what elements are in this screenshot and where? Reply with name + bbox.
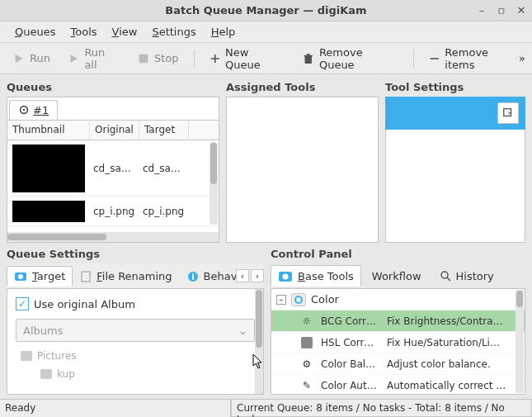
menu-help[interactable]: Help: [205, 22, 242, 41]
v-scrollbar[interactable]: [255, 289, 263, 394]
menu-queues[interactable]: Queues: [8, 22, 62, 41]
table-row[interactable]: cd_sam… cd_sample: [7, 140, 219, 197]
plus-icon: [210, 53, 220, 64]
tool-settings-header: [385, 97, 525, 130]
search-icon: [440, 270, 451, 282]
collapse-icon[interactable]: –: [276, 295, 286, 305]
col-original[interactable]: Original: [90, 121, 139, 140]
tree-pictures[interactable]: Pictures: [16, 347, 255, 365]
assigned-tools-label: Assigned Tools: [226, 81, 379, 93]
menu-bar: Queues Tools View Settings Help: [0, 21, 532, 43]
camera-icon: [291, 293, 306, 306]
hsl-icon: [301, 337, 313, 348]
tool-settings-body: [385, 130, 525, 243]
remove-queue-button[interactable]: Remove Queue: [296, 43, 404, 74]
chevron-down-icon: ⌄: [238, 325, 247, 337]
tool-color-auto[interactable]: ✎ Color Aut… Automatically correct …: [271, 375, 525, 395]
new-queue-button[interactable]: New Queue: [203, 43, 292, 74]
sliders-icon: ⚙: [301, 358, 313, 370]
tab-target[interactable]: Target: [7, 266, 73, 287]
tabs-scroll-right[interactable]: ›: [251, 269, 264, 282]
gear-icon: [18, 104, 30, 116]
toolbar: Run Run all Stop New Queue Remove Queue …: [0, 43, 532, 74]
minimize-icon[interactable]: –: [476, 4, 487, 17]
reset-icon: [502, 107, 514, 119]
svg-rect-1: [431, 58, 439, 59]
close-icon[interactable]: ✕: [516, 4, 527, 17]
use-original-album-checkbox[interactable]: ✓: [16, 297, 29, 310]
tree-kup[interactable]: kup: [16, 365, 255, 383]
v-scrollbar[interactable]: [210, 142, 218, 225]
run-all-button[interactable]: Run all: [62, 43, 126, 74]
status-right: Current Queue: 8 items / No tasks - Tota…: [231, 400, 532, 417]
window-title: Batch Queue Manager — digiKam: [165, 4, 366, 17]
camera-icon: [14, 270, 27, 282]
h-scrollbar[interactable]: [7, 232, 219, 242]
tool-color-balance[interactable]: ⚙ Color Bal… Adjust color balance.: [271, 353, 525, 375]
run-button[interactable]: Run: [7, 49, 57, 68]
wand-icon: ✎: [301, 380, 313, 391]
tab-history[interactable]: History: [432, 266, 501, 287]
svg-point-6: [18, 274, 23, 279]
toolbar-overflow-button[interactable]: »: [519, 52, 525, 64]
svg-text:i: i: [191, 272, 194, 282]
title-bar: Batch Queue Manager — digiKam – ▫ ✕: [0, 0, 532, 21]
use-original-album-label: Use original Album: [34, 298, 135, 310]
queues-label: Queues: [7, 81, 219, 93]
menu-settings[interactable]: Settings: [145, 22, 202, 41]
queue-settings-label: Queue Settings: [7, 248, 264, 260]
maximize-icon[interactable]: ▫: [496, 4, 507, 17]
svg-rect-7: [82, 272, 90, 282]
reset-settings-button[interactable]: [497, 102, 519, 124]
stop-button[interactable]: Stop: [131, 49, 186, 68]
v-scrollbar[interactable]: [516, 290, 524, 393]
svg-point-3: [23, 109, 26, 111]
tool-settings-label: Tool Settings: [385, 81, 525, 93]
info-icon: i: [187, 271, 199, 282]
folder-icon: [21, 351, 32, 361]
assigned-tools-box[interactable]: [226, 97, 379, 243]
svg-rect-0: [139, 54, 148, 63]
remove-items-button[interactable]: Remove items: [422, 43, 525, 74]
tab-file-renaming[interactable]: File Renaming: [73, 266, 179, 286]
minus-icon: [429, 53, 440, 64]
camera-icon: [278, 269, 293, 282]
tabs-scroll-left[interactable]: ‹: [236, 269, 249, 282]
play-icon: [13, 53, 25, 64]
svg-point-12: [441, 272, 448, 278]
file-icon: [80, 271, 92, 282]
tab-base-tools[interactable]: Base Tools: [271, 265, 361, 287]
queues-box: #1 Thumbnail Original Target cd_sam… cd_…: [7, 97, 219, 243]
folder-icon: [40, 369, 52, 379]
thumbnail: [12, 145, 85, 192]
col-target[interactable]: Target: [139, 121, 189, 140]
control-panel-label: Control Panel: [271, 248, 525, 260]
queue-rows: cd_sam… cd_sample cp_i.png cp_i.png: [7, 140, 219, 232]
stop-icon: [138, 53, 149, 64]
status-left: Ready: [0, 400, 231, 417]
col-thumbnail[interactable]: Thumbnail: [7, 121, 90, 140]
status-bar: Ready Current Queue: 8 items / No tasks …: [0, 399, 532, 417]
tool-bcg-correction[interactable]: ☼ BCG Corr… Fix Brightness/Contra…: [271, 310, 525, 332]
brightness-icon: ☼: [301, 315, 313, 327]
table-row[interactable]: cp_i.png cp_i.png: [7, 197, 219, 226]
trash-icon: [303, 53, 313, 64]
tool-hsl-correction[interactable]: HSL Corre… Fix Hue/Saturation/Li…: [271, 332, 525, 353]
tab-workflow[interactable]: Workflow: [365, 266, 429, 287]
queue-tab-1[interactable]: #1: [9, 100, 58, 120]
menu-view[interactable]: View: [106, 22, 144, 41]
menu-tools[interactable]: Tools: [64, 22, 103, 41]
tree-category-color[interactable]: – Color: [271, 289, 525, 310]
albums-combo[interactable]: Albums ⌄: [16, 319, 255, 342]
play-icon: [68, 53, 79, 64]
thumbnail: [12, 201, 85, 222]
svg-point-11: [283, 274, 289, 280]
